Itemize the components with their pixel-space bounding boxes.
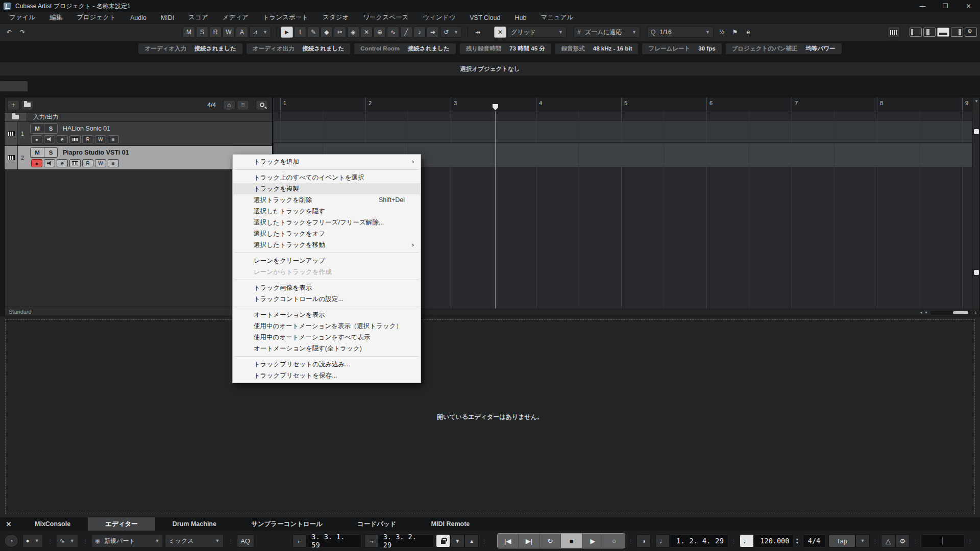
menubar-item[interactable]: スコア xyxy=(181,12,215,23)
right-zone-toggle[interactable] xyxy=(951,28,963,37)
snap-type-dropdown[interactable]: グリッド ▼ xyxy=(507,27,567,38)
menu-item[interactable]: › xyxy=(234,253,419,253)
undo-button[interactable]: ↶ xyxy=(3,27,15,38)
go-to-previous-marker-button[interactable]: |◀ xyxy=(498,534,519,548)
lower-zone-tab[interactable]: エディター xyxy=(88,517,155,531)
edit-instrument-button[interactable] xyxy=(69,135,81,143)
automation-button[interactable]: A xyxy=(236,27,248,38)
folder-track-row[interactable]: 入力/出力 xyxy=(5,113,272,122)
zoom-in-icon[interactable]: + xyxy=(974,310,977,316)
menu-item[interactable]: トラック上のすべてのイベントを選択 › xyxy=(233,172,420,183)
on-screen-keyboard-button[interactable] xyxy=(888,27,900,38)
grid-type-dropdown[interactable]: # ズームに適応 ▼ xyxy=(574,27,640,38)
track-visibility-agents-button[interactable]: ≡ xyxy=(237,100,249,110)
track-height-preset[interactable]: Standard xyxy=(9,309,32,315)
menu-item[interactable]: › xyxy=(234,307,419,307)
menu-item[interactable]: › xyxy=(234,169,419,170)
automation-button[interactable]: M xyxy=(183,27,195,38)
horizontal-zoom-slider[interactable] xyxy=(930,311,971,315)
record-button[interactable]: ○ xyxy=(603,534,625,548)
edit-channel-button[interactable]: e xyxy=(57,159,68,167)
split-tool[interactable]: ✂ xyxy=(334,27,346,38)
menubar-item[interactable]: メディア xyxy=(215,12,256,23)
left-zone-toggle[interactable] xyxy=(910,28,922,37)
use-track-preset-button[interactable] xyxy=(21,100,33,110)
setup-toolbar-button[interactable]: ⚙ xyxy=(965,28,977,37)
scroll-thumb[interactable] xyxy=(974,270,979,275)
draw-tool[interactable]: ✎ xyxy=(307,27,320,38)
menu-item[interactable]: トラック画像を表示 › xyxy=(233,282,420,293)
read-automation-button[interactable]: R xyxy=(82,159,93,167)
tempo-mode-dropdown[interactable]: ▼ xyxy=(855,534,870,547)
go-to-next-marker-button[interactable]: ▶| xyxy=(519,534,540,548)
write-automation-button[interactable]: W xyxy=(95,159,106,167)
auto-quantize-button[interactable]: AQ xyxy=(237,534,254,547)
menubar-item[interactable]: 編集 xyxy=(42,12,69,23)
tap-tempo-button[interactable]: Tap xyxy=(828,534,855,547)
scroll-thumb[interactable] xyxy=(974,129,979,134)
menubar-item[interactable]: ウィンドウ xyxy=(415,12,462,23)
track-row[interactable]: 1 M S HALion Sonic 01 ● e xyxy=(5,122,272,146)
redo-button[interactable]: ↷ xyxy=(16,27,29,38)
common-record-mode-dropdown[interactable]: ● ▼ xyxy=(22,534,43,547)
close-button[interactable]: ✕ xyxy=(957,0,980,12)
autofade-settings-button[interactable]: ⊿ ▼ xyxy=(249,27,271,38)
menubar-item[interactable]: ワークスペース xyxy=(356,12,415,23)
close-lower-zone-button[interactable]: ✕ xyxy=(0,517,17,531)
quantize-dropdown[interactable]: Q 1/16 ▼ xyxy=(647,27,714,38)
tempo-display[interactable]: 120.000 xyxy=(754,534,794,547)
iterative-quantize-button[interactable]: ½ xyxy=(716,27,728,38)
snap-on-off-button[interactable]: ✕ xyxy=(494,27,506,38)
solo-button[interactable]: S xyxy=(44,148,57,157)
glue-tool[interactable]: ◆ xyxy=(321,27,333,38)
status-segment[interactable]: フレームレート 30 fps xyxy=(642,43,721,54)
timeline-ruler[interactable]: 123456789 xyxy=(274,97,972,111)
status-segment[interactable]: オーディオ入力 接続されました xyxy=(138,43,242,54)
menu-item[interactable]: トラックプリセットの読み込み... › xyxy=(233,359,420,370)
primary-time-display[interactable]: 1. 2. 4. 29 xyxy=(670,534,728,547)
write-automation-button[interactable]: W xyxy=(95,135,106,143)
lower-zone-tab[interactable]: コードパッド xyxy=(340,517,413,531)
track-lane[interactable] xyxy=(274,120,972,143)
line-tool[interactable]: ╱ xyxy=(400,27,412,38)
menu-item[interactable]: オートメーションを表示 › xyxy=(233,309,420,320)
lower-zone-tab[interactable]: Drum Machine xyxy=(155,517,234,531)
midi-record-mode-dropdown[interactable]: ◉ 新規パート ▼ xyxy=(91,534,163,547)
play-tool[interactable]: ♪ xyxy=(413,27,426,38)
menubar-item[interactable]: VST Cloud xyxy=(462,13,507,22)
minimize-button[interactable]: — xyxy=(911,0,934,12)
find-track-button[interactable] xyxy=(256,100,268,110)
read-automation-button[interactable]: R xyxy=(82,135,93,143)
comp-tool[interactable]: ∿ xyxy=(387,27,399,38)
mute-tool[interactable]: ✕ xyxy=(360,27,373,38)
menu-item[interactable]: トラックを複製 › xyxy=(233,183,420,194)
automation-button[interactable]: R xyxy=(209,27,222,38)
menu-item[interactable]: トラックを追加 › xyxy=(233,156,420,167)
metronome-button[interactable]: △ xyxy=(881,534,895,547)
menu-item[interactable]: 使用中のオートメーションを表示（選択トラック） › xyxy=(233,320,420,332)
lock-punch-button[interactable] xyxy=(436,534,450,547)
divider-handle[interactable] xyxy=(0,81,28,91)
menu-item[interactable]: レーンをクリーンアップ › xyxy=(233,255,420,266)
menu-item[interactable]: 選択したトラックを移動 › xyxy=(233,239,420,251)
solo-button[interactable]: S xyxy=(44,124,57,133)
quantize-flag-button[interactable]: ⚑ xyxy=(729,27,741,38)
punch-out-button[interactable]: ▲ xyxy=(464,534,479,547)
monitor-button[interactable] xyxy=(44,159,55,167)
status-segment[interactable]: オーディオ出力 接続されました xyxy=(247,43,350,54)
track-controls-button[interactable]: ≡ xyxy=(108,135,119,143)
status-segment[interactable]: 残り録音時間 73 時間 45 分 xyxy=(460,43,551,54)
zoom-tool[interactable]: ⊕ xyxy=(374,27,386,38)
status-segment[interactable]: 録音形式 48 kHz - 16 bit xyxy=(555,43,639,54)
automation-button[interactable]: W xyxy=(223,27,235,38)
menu-item[interactable]: 選択したトラックを隠す › xyxy=(233,206,420,217)
mute-button[interactable]: M xyxy=(31,124,44,133)
edit-channel-button[interactable]: e xyxy=(57,135,68,143)
menu-item[interactable]: 選択したトラックをフリーズ/フリーズ解除... › xyxy=(233,217,420,228)
stop-button[interactable]: ■ xyxy=(561,534,582,548)
erase-tool[interactable]: ◈ xyxy=(347,27,359,38)
scroll-left-icon[interactable]: ◂ xyxy=(920,310,922,315)
menubar-item[interactable]: ファイル xyxy=(2,12,42,23)
lower-zone-tab[interactable]: サンプラーコントロール xyxy=(234,517,340,531)
menubar-item[interactable]: マニュアル xyxy=(533,12,580,23)
